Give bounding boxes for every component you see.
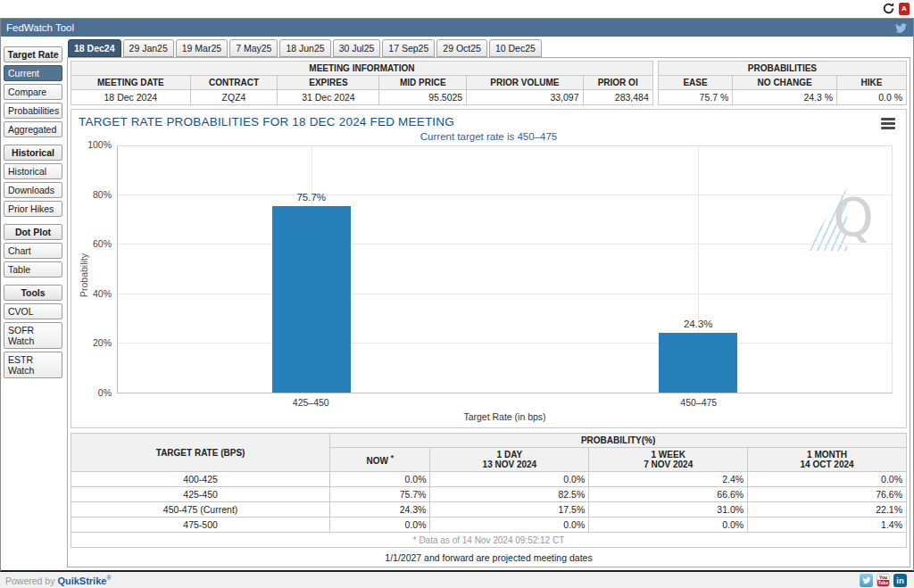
table-row: 450-475 (Current) 24.3% 17.5% 31.0% 22.1… — [71, 502, 907, 518]
tab-19-mar25[interactable]: 19 Mar25 — [176, 39, 228, 57]
fedwatch-panel: FedWatch Tool Target Rate Current Compar… — [0, 18, 914, 572]
month-value: 76.6% — [748, 487, 907, 502]
ease-value: 75.7 % — [658, 90, 732, 105]
x-tick-label: 425–450 — [293, 397, 329, 408]
prior-volume-value: 33,097 — [467, 90, 583, 105]
tab-29-jan25[interactable]: 29 Jan25 — [123, 39, 174, 57]
chart-menu-icon[interactable] — [881, 118, 895, 129]
no-change-value: 24.3 % — [733, 90, 837, 105]
data-as-of-note: * Data as of 14 Nov 2024 09:52:12 CT — [71, 533, 907, 548]
x-axis-title: Target Rate (in bps) — [117, 411, 893, 422]
sidebar-item-cvol[interactable]: CVOL — [4, 303, 62, 319]
col-now: NOW * — [330, 448, 430, 472]
youtube-social-icon[interactable]: YouTube — [877, 574, 890, 587]
sidebar-group-dot-plot: Dot Plot — [4, 224, 62, 240]
day-value: 17.5% — [430, 502, 589, 518]
month-value: 0.0% — [748, 472, 907, 487]
sidebar-item-dot-plot-chart[interactable]: Chart — [4, 243, 62, 259]
probability-group-header: PROBABILITY(%) — [330, 434, 907, 448]
sidebar-item-compare[interactable]: Compare — [4, 84, 62, 100]
probabilities-title: PROBABILITIES — [658, 62, 906, 76]
sidebar-item-sofr-watch[interactable]: SOFR Watch — [4, 322, 62, 349]
twitter-icon[interactable] — [894, 22, 908, 34]
bar-425–450: 75.7% — [272, 206, 351, 393]
sidebar-group-historical: Historical — [4, 145, 62, 161]
sidebar-item-estr-watch[interactable]: ESTR Watch — [4, 352, 62, 378]
col-target-rate-bps: TARGET RATE (BPS) — [71, 434, 330, 472]
day-value: 0.0% — [430, 518, 589, 533]
powered-by: Powered by QuikStrike® — [5, 575, 112, 586]
probability-history-table: TARGET RATE (BPS) PROBABILITY(%) NOW * 1… — [71, 433, 907, 548]
tab-10-dec25[interactable]: 10 Dec25 — [489, 39, 542, 57]
rate-range: 450-475 (Current) — [71, 502, 330, 518]
panel-header: FedWatch Tool — [1, 19, 913, 37]
sidebar: Target Rate Current Compare Probabilitie… — [1, 37, 65, 570]
col-prior-oi: PRIOR OI — [583, 76, 652, 90]
now-value: 0.0% — [330, 472, 430, 487]
meeting-date-value: 18 Dec 2024 — [71, 90, 191, 105]
refresh-icon[interactable] — [882, 2, 895, 15]
bar-value-label: 24.3% — [659, 319, 737, 329]
sidebar-item-historical[interactable]: Historical — [4, 163, 62, 179]
week-value: 66.6% — [589, 487, 748, 502]
contract-value: ZQZ4 — [190, 90, 278, 105]
table-row: 425-450 75.7% 82.5% 66.6% 76.6% — [71, 487, 907, 502]
day-value: 82.5% — [430, 487, 589, 502]
sidebar-item-downloads[interactable]: Downloads — [4, 182, 62, 198]
sidebar-item-dot-plot-table[interactable]: Table — [4, 261, 62, 277]
day-value: 0.0% — [430, 472, 589, 487]
rate-range: 425-450 — [71, 487, 330, 502]
meeting-tab-row: 18 Dec24 29 Jan25 19 Mar25 7 May25 18 Ju… — [68, 39, 910, 57]
col-contract: CONTRACT — [190, 76, 278, 90]
sidebar-item-aggregated[interactable]: Aggregated — [4, 121, 62, 137]
week-value: 0.0% — [589, 518, 748, 533]
sidebar-item-prior-hikes[interactable]: Prior Hikes — [4, 201, 62, 217]
bar-value-label: 75.7% — [272, 192, 351, 203]
chart-subtitle: Current target rate is 450–475 — [71, 131, 906, 142]
now-value: 24.3% — [330, 502, 430, 518]
tab-30-jul25[interactable]: 30 Jul25 — [333, 39, 381, 57]
tab-17-sep25[interactable]: 17 Sep25 — [382, 39, 435, 57]
col-expires: EXPIRES — [278, 76, 379, 90]
sidebar-item-current[interactable]: Current — [4, 65, 62, 81]
chart-panel: TARGET RATE PROBABILITIES FOR 18 DEC 202… — [71, 109, 907, 428]
quikstrike-link[interactable]: QuikStrike — [57, 575, 106, 585]
twitter-social-icon[interactable] — [860, 574, 873, 587]
prior-oi-value: 283,484 — [583, 90, 652, 105]
now-value: 0.0% — [330, 518, 430, 533]
probabilities-table: PROBABILITIES EASE NO CHANGE HIKE 75.7 %… — [658, 61, 907, 105]
chart-title: TARGET RATE PROBABILITIES FOR 18 DEC 202… — [79, 115, 454, 128]
y-axis-labels: 0%20%40%60%80%100% — [71, 145, 114, 393]
col-hike: HIKE — [837, 76, 907, 90]
linkedin-social-icon[interactable]: in — [893, 574, 907, 587]
pdf-export-icon[interactable]: A — [899, 3, 910, 15]
browser-top-strip: A — [0, 0, 914, 18]
table-row: 475-500 0.0% 0.0% 0.0% 1.4% — [71, 518, 907, 533]
x-tick-label: 450–475 — [680, 397, 717, 408]
col-no-change: NO CHANGE — [733, 76, 837, 90]
chart-plot: Q 75.7%24.3% — [117, 145, 893, 393]
data-as-of-row: * Data as of 14 Nov 2024 09:52:12 CT — [71, 533, 907, 548]
rate-range: 400-425 — [71, 472, 330, 487]
content-box: MEETING INFORMATION MEETING DATE CONTRAC… — [67, 57, 910, 567]
meeting-information-table: MEETING INFORMATION MEETING DATE CONTRAC… — [71, 61, 653, 105]
panel-title: FedWatch Tool — [6, 22, 74, 33]
now-value: 75.7% — [330, 487, 430, 502]
tab-18-jun25[interactable]: 18 Jun25 — [279, 39, 330, 57]
tab-18-dec24[interactable]: 18 Dec24 — [68, 39, 121, 57]
week-value: 31.0% — [589, 502, 748, 518]
month-value: 1.4% — [748, 518, 907, 533]
sidebar-item-probabilities[interactable]: Probabilities — [4, 103, 62, 119]
hike-value: 0.0 % — [837, 90, 907, 105]
month-value: 22.1% — [748, 502, 907, 518]
meeting-info-title: MEETING INFORMATION — [71, 62, 653, 76]
tab-7-may25[interactable]: 7 May25 — [229, 39, 278, 57]
week-value: 2.4% — [589, 472, 748, 487]
col-1-month: 1 MONTH14 OCT 2024 — [748, 448, 907, 472]
sidebar-group-target-rate: Target Rate — [4, 46, 62, 62]
col-prior-volume: PRIOR VOLUME — [467, 76, 583, 90]
x-axis-labels: 425–450450–475 — [117, 397, 893, 409]
projected-dates-note: 1/1/2027 and forward are projected meeti… — [71, 548, 907, 565]
expires-value: 31 Dec 2024 — [278, 90, 379, 105]
tab-29-oct25[interactable]: 29 Oct25 — [436, 39, 487, 57]
